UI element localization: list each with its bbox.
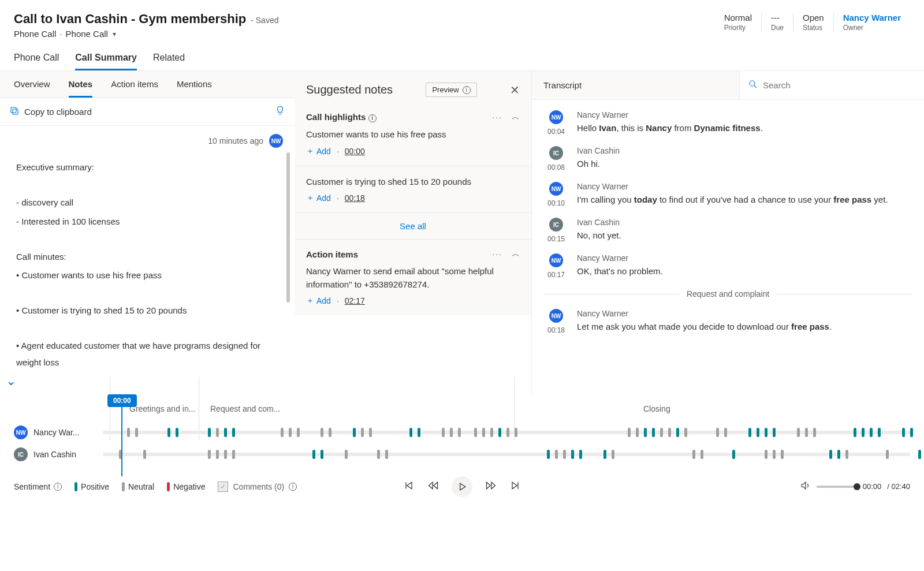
legend-negative: Negative [167, 482, 205, 491]
svg-point-2 [750, 81, 755, 86]
see-all-link[interactable]: See all [295, 213, 531, 240]
transcript-row[interactable]: NW00:17Nancy WarnerOK, that's no problem… [543, 253, 912, 279]
legend-neutral: Neutral [122, 482, 154, 491]
svg-marker-7 [434, 482, 438, 489]
volume-slider[interactable] [817, 486, 857, 488]
transcript-row[interactable]: IC00:08Ivan CashinOh hi. [543, 146, 912, 171]
time-current: 00:00 [863, 482, 882, 491]
header-status-value: --- [771, 13, 784, 23]
svg-line-3 [754, 85, 757, 88]
action-items-title: Action items [306, 249, 358, 259]
transcript-time: 00:18 [547, 326, 565, 334]
page-title: Call to Ivan Cashin - Gym membership [14, 12, 246, 27]
record-type: Phone Call [14, 29, 56, 39]
add-button[interactable]: ＋ Add [306, 296, 331, 306]
more-icon[interactable]: ··· [492, 249, 502, 259]
skip-back-button[interactable] [403, 480, 415, 493]
timeline-track[interactable]: ICIvan Cashin [14, 447, 910, 461]
transcript-time: 00:10 [547, 199, 565, 207]
saved-indicator: - Saved [251, 16, 278, 25]
transcript-text: Hello Ivan, this is Nancy from Dynamic f… [577, 122, 912, 135]
sub-tab-action-items[interactable]: Action items [111, 71, 158, 98]
chevron-up-icon[interactable]: ︿ [512, 249, 520, 259]
svg-rect-0 [13, 109, 18, 114]
transcript-row[interactable]: IC00:15Ivan CashinNo, not yet. [543, 218, 912, 243]
avatar: IC [549, 146, 563, 160]
header-status-value: Open [803, 13, 824, 23]
transcript-search[interactable] [739, 71, 924, 99]
transcript-time: 00:08 [547, 163, 565, 171]
svg-rect-1 [11, 107, 16, 113]
info-icon[interactable]: i [368, 114, 377, 122]
checkbox-icon: ✓ [218, 482, 228, 492]
separator: · [59, 29, 62, 39]
forward-button[interactable] [485, 480, 497, 493]
svg-marker-9 [487, 482, 491, 489]
playhead-time: 00:00 [107, 394, 137, 407]
transcript-text: No, not yet. [577, 229, 912, 242]
timestamp-link[interactable]: 00:18 [345, 193, 365, 203]
scrollbar[interactable] [286, 152, 290, 303]
avatar: NW [549, 182, 563, 196]
header-status-label: Due [771, 24, 784, 32]
sub-tab-mentions[interactable]: Mentions [177, 71, 212, 98]
timeline-track[interactable]: NWNancy War... [14, 426, 910, 439]
search-input[interactable] [758, 72, 916, 98]
search-icon [748, 79, 758, 91]
close-icon[interactable]: ✕ [510, 83, 520, 97]
transcript-time: 00:15 [547, 235, 565, 243]
main-tab-related[interactable]: Related [153, 53, 185, 70]
segment-label: Request and com... [210, 404, 482, 413]
more-icon[interactable]: ··· [492, 113, 502, 122]
skip-forward-button[interactable] [509, 480, 521, 493]
playhead[interactable]: 00:00 [107, 394, 137, 476]
sub-tab-notes[interactable]: Notes [69, 71, 93, 98]
add-button[interactable]: ＋ Add [306, 146, 331, 156]
transcript-row[interactable]: NW00:04Nancy WarnerHello Ivan, this is N… [543, 110, 912, 136]
svg-marker-13 [802, 482, 806, 489]
copy-to-clipboard-button[interactable]: Copy to clipboard [9, 106, 92, 118]
call-highlights-title: Call highlights i [306, 112, 377, 122]
chevron-down-icon[interactable]: ▾ [113, 30, 116, 38]
header-status-value: Normal [724, 13, 752, 23]
timestamp-link[interactable]: 02:17 [345, 296, 365, 305]
comments-toggle[interactable]: ✓ Comments (0) i [218, 482, 297, 492]
timestamp-link[interactable]: 00:00 [345, 147, 365, 156]
add-button[interactable]: ＋ Add [306, 193, 331, 203]
transcript-title: Transcript [543, 71, 582, 99]
copy-icon [9, 106, 20, 118]
sub-tab-overview[interactable]: Overview [14, 71, 50, 98]
action-item: Nancy Warner to send email about "some h… [306, 265, 520, 291]
preview-badge[interactable]: Preview i [426, 83, 476, 97]
svg-marker-6 [429, 482, 433, 489]
main-tab-phone-call[interactable]: Phone Call [14, 53, 59, 70]
track-bar[interactable] [103, 453, 910, 456]
avatar: NW [269, 134, 283, 148]
header-status-label: Status [803, 24, 824, 32]
speaker-name: Ivan Cashin [577, 218, 912, 227]
transcript-row[interactable]: NW00:18Nancy WarnerLet me ask you what m… [543, 309, 912, 334]
play-button[interactable] [452, 476, 472, 497]
track-label: NWNancy War... [14, 426, 95, 439]
chevron-up-icon[interactable]: ︿ [512, 112, 520, 122]
transcript-row[interactable]: NW00:10Nancy WarnerI'm calling you today… [543, 182, 912, 207]
form-selector[interactable]: Phone Call [66, 29, 108, 39]
time-total: / 02:40 [887, 482, 910, 491]
header-status-value[interactable]: Nancy Warner [843, 13, 901, 23]
rewind-button[interactable] [427, 480, 439, 493]
segment-label: Closing [643, 404, 670, 413]
speaker-name: Ivan Cashin [577, 146, 912, 155]
transcript-section-divider: Request and complaint [543, 289, 912, 298]
info-icon[interactable]: i [54, 483, 62, 491]
volume-icon[interactable] [800, 480, 811, 492]
bulb-icon[interactable] [275, 105, 285, 118]
track-bar[interactable] [103, 431, 910, 434]
info-icon: i [289, 483, 297, 491]
main-tab-call-summary[interactable]: Call Summary [75, 53, 137, 70]
header-status-label: Priority [724, 24, 752, 32]
transcript-time: 00:17 [547, 271, 565, 279]
segment-label: Greetings and in... [129, 404, 204, 413]
svg-marker-11 [512, 482, 517, 489]
svg-marker-5 [407, 482, 412, 489]
expand-chevron-icon[interactable]: ⌄ [6, 369, 16, 393]
